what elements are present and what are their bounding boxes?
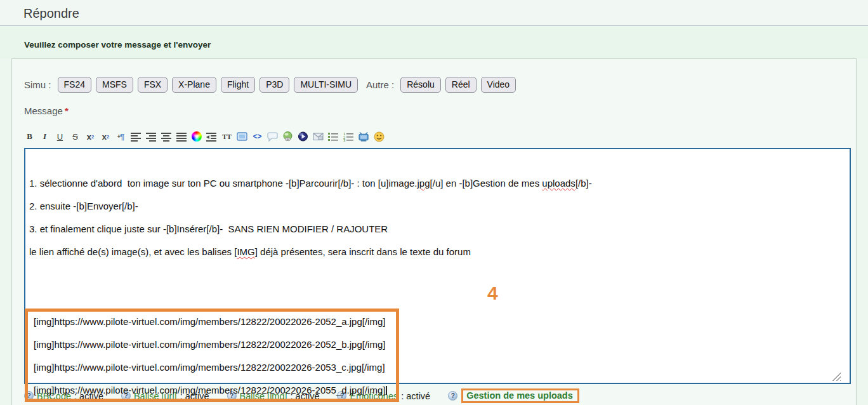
editor-img-line: [img]https://www.pilote-virtuel.com/img/… xyxy=(34,339,387,350)
email-image-icon[interactable] xyxy=(313,131,324,142)
editor-line: 2. ensuite -[b]Envoyer[/b]- xyxy=(29,201,845,212)
editor-line: 1. sélectionne d'abord ton image sur ton… xyxy=(29,178,845,189)
svg-text:3: 3 xyxy=(343,138,346,142)
tag-buttons-row: Simu : FS24MSFSFSXX-PlaneFlightP3DMULTI-… xyxy=(24,77,844,93)
quote-bubble-icon[interactable] xyxy=(267,131,278,142)
simu-button-group: FS24MSFSFSXX-PlaneFlightP3DMULTI-SIMU xyxy=(58,77,358,93)
reply-form-panel: Simu : FS24MSFSFSXX-PlaneFlightP3DMULTI-… xyxy=(11,58,857,405)
message-editor-wrapper: 1. sélectionne d'abord ton image sur ton… xyxy=(24,148,844,384)
align-right-icon[interactable] xyxy=(146,131,157,142)
superscript-icon[interactable]: x2 xyxy=(85,131,96,142)
required-asterisk: * xyxy=(65,105,69,116)
image-icon[interactable] xyxy=(237,131,247,142)
uploads-manager-link[interactable]: Gestion de mes uploads xyxy=(466,390,573,401)
simu-group-label: Simu : xyxy=(24,79,51,90)
smiley-icon[interactable] xyxy=(374,131,385,142)
textarea-resize-handle[interactable] xyxy=(832,372,841,381)
page-header: Répondre xyxy=(0,0,868,26)
autre-button-video[interactable]: Video xyxy=(481,77,516,93)
simu-button-multi-simu[interactable]: MULTI-SIMU xyxy=(294,77,358,93)
autre-button-group: RésoluRéelVideo xyxy=(400,77,516,93)
simu-button-fs24[interactable]: FS24 xyxy=(58,77,91,93)
paragraph-icon[interactable]: +¶ xyxy=(115,131,126,142)
annotation-number: 4 xyxy=(487,282,498,304)
media-player-icon[interactable] xyxy=(298,131,308,142)
link-globe-icon[interactable] xyxy=(282,131,293,142)
simu-button-fsx[interactable]: FSX xyxy=(138,77,168,93)
tv-icon[interactable] xyxy=(358,131,369,142)
editor-img-line: [img]https://www.pilote-virtuel.com/img/… xyxy=(34,362,387,373)
align-left-icon[interactable] xyxy=(131,131,141,142)
editor-line: 3. et finalement clique juste sur -[b]In… xyxy=(29,223,845,235)
form-subtitle: Veuillez composer votre message et l'env… xyxy=(24,40,868,50)
message-label-row: Message* xyxy=(24,105,844,116)
simu-button-p3d[interactable]: P3D xyxy=(260,77,289,93)
underline-icon[interactable]: U xyxy=(55,131,65,142)
list-ordered-icon[interactable]: 123 xyxy=(343,131,354,142)
page-title: Répondre xyxy=(23,6,868,21)
simu-button-x-plane[interactable]: X-Plane xyxy=(172,77,216,93)
autre-group-label: Autre : xyxy=(366,79,394,90)
font-tt-icon[interactable]: TT xyxy=(221,131,232,142)
text-caret xyxy=(386,386,387,395)
editor-line: le lien affiché de(s) image(s), et avec … xyxy=(29,246,845,258)
align-center-icon[interactable] xyxy=(161,131,172,142)
bbcode-toolbar: BIUSx2x2+¶TT<>123 xyxy=(24,130,844,143)
italic-icon[interactable]: I xyxy=(39,131,50,142)
annotation-highlight-box: [img]https://www.pilote-virtuel.com/img/… xyxy=(25,309,399,402)
autre-button-réel[interactable]: Réel xyxy=(445,77,477,93)
annotation-uploads-box: Gestion de mes uploads xyxy=(461,388,579,403)
help-icon[interactable]: ? xyxy=(448,391,457,401)
simu-button-flight[interactable]: Flight xyxy=(221,77,255,93)
bold-icon[interactable]: B xyxy=(24,131,35,142)
subscript-icon[interactable]: x2 xyxy=(100,131,111,142)
uploads-status-item: ? Gestion de mes uploads xyxy=(448,388,579,403)
message-textarea[interactable]: 1. sélectionne d'abord ton image sur ton… xyxy=(24,148,851,384)
code-icon[interactable]: <> xyxy=(252,131,263,142)
autre-button-résolu[interactable]: Résolu xyxy=(400,77,441,93)
editor-img-line: [img]https://www.pilote-virtuel.com/img/… xyxy=(34,316,387,328)
align-justify-icon[interactable] xyxy=(176,131,187,142)
editor-paragraphs: 1. sélectionne d'abord ton image sur ton… xyxy=(29,178,845,258)
indent-icon[interactable] xyxy=(206,131,217,142)
strikethrough-icon[interactable]: S xyxy=(70,131,81,142)
color-wheel-icon[interactable] xyxy=(192,131,202,142)
form-header: Veuillez composer votre message et l'env… xyxy=(0,26,868,58)
simu-button-msfs[interactable]: MSFS xyxy=(96,77,133,93)
message-label: Message xyxy=(24,105,63,116)
list-bullet-icon[interactable] xyxy=(328,131,339,142)
editor-img-line: [img]https://www.pilote-virtuel.com/img/… xyxy=(34,385,387,396)
status-value: : activé xyxy=(401,391,430,401)
